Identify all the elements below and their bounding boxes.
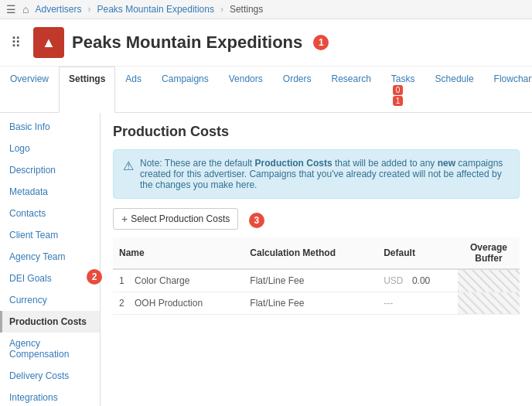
sidebar-item-metadata[interactable]: Metadata: [0, 181, 100, 203]
col-default: Default: [377, 237, 458, 269]
row-2-name: 2 OOH Production: [113, 292, 244, 315]
breadcrumb-sep-2: ›: [220, 4, 223, 15]
content-area: Basic Info Logo Description Metadata Con…: [0, 113, 532, 406]
company-logo: [33, 27, 64, 58]
table-row: 2 OOH Production Flat/Line Fee ---: [113, 292, 520, 315]
sidebar-item-contacts[interactable]: Contacts: [0, 203, 100, 224]
section-title: Production Costs: [113, 124, 520, 140]
sidebar-item-logo[interactable]: Logo: [0, 138, 100, 159]
sidebar-item-agency-team[interactable]: Agency Team: [0, 246, 100, 268]
tasks-badge-2: 1: [393, 96, 404, 106]
col-name: Name: [113, 237, 244, 269]
row-2-default: ---: [377, 292, 458, 315]
tab-overview[interactable]: Overview: [0, 67, 59, 113]
org-icon: ⠿: [11, 34, 21, 51]
col-overage: Overage Buffer: [458, 237, 520, 269]
production-costs-table: Name Calculation Method Default Overage …: [113, 237, 520, 315]
breadcrumb-sep-1: ›: [88, 4, 91, 15]
sidebar-item-integrations[interactable]: Integrations: [0, 387, 100, 406]
select-production-costs-button[interactable]: + Select Production Costs: [113, 208, 238, 230]
tab-settings[interactable]: Settings: [59, 67, 115, 113]
sidebar: Basic Info Logo Description Metadata Con…: [0, 113, 101, 406]
col-calc: Calculation Method: [244, 237, 377, 269]
breadcrumb-current: Settings: [230, 4, 263, 15]
tab-research[interactable]: Research: [321, 67, 380, 113]
hamburger-icon[interactable]: ☰: [6, 3, 16, 15]
tab-flowchart[interactable]: Flowchart: [484, 67, 532, 113]
sidebar-item-client-team[interactable]: Client Team: [0, 224, 100, 246]
row-2-overage: [458, 292, 520, 315]
sidebar-item-agency-compensation[interactable]: Agency Compensation: [0, 333, 100, 365]
breadcrumb-bar: ☰ ⌂ Advertisers › Peaks Mountain Expedit…: [0, 0, 532, 19]
sidebar-item-delivery-costs[interactable]: Delivery Costs: [0, 365, 100, 387]
main-content: Production Costs ⚠ Note: These are the d…: [101, 113, 532, 406]
annotation-badge-3: 3: [249, 213, 264, 228]
row-1-overage: [458, 269, 520, 292]
page-header: ⠿ Peaks Mountain Expeditions 1: [0, 19, 532, 67]
annotation-badge-2: 2: [84, 269, 102, 285]
tab-tasks[interactable]: Tasks 0 1: [381, 67, 425, 113]
breadcrumb-company[interactable]: Peaks Mountain Expeditions: [97, 4, 214, 15]
sidebar-item-description[interactable]: Description: [0, 159, 100, 181]
tab-vendors[interactable]: Vendors: [219, 67, 273, 113]
alert-icon: ⚠: [123, 159, 134, 190]
home-icon[interactable]: ⌂: [22, 3, 29, 15]
tasks-badge-1: 0: [393, 85, 404, 95]
plus-icon: +: [121, 213, 128, 225]
page-title: Peaks Mountain Expeditions: [72, 32, 302, 53]
breadcrumb-advertisers[interactable]: Advertisers: [35, 4, 81, 15]
tab-campaigns[interactable]: Campaigns: [152, 67, 219, 113]
sidebar-item-production-costs[interactable]: Production Costs: [0, 311, 100, 333]
row-1-calc: Flat/Line Fee: [244, 269, 377, 292]
alert-box: ⚠ Note: These are the default Production…: [113, 149, 520, 199]
row-1-name: 1 Color Charge: [113, 269, 244, 292]
tab-orders[interactable]: Orders: [273, 67, 322, 113]
alert-text: Note: These are the default Production C…: [140, 158, 510, 190]
row-1-default: USD 0.00: [377, 269, 458, 292]
tab-ads[interactable]: Ads: [115, 67, 152, 113]
tab-bar: Overview Settings Ads Campaigns Vendors …: [0, 67, 532, 113]
table-row: 1 Color Charge Flat/Line Fee USD 0.00: [113, 269, 520, 292]
sidebar-item-currency[interactable]: Currency: [0, 289, 100, 311]
sidebar-item-basic-info[interactable]: Basic Info: [0, 116, 100, 138]
tab-schedule[interactable]: Schedule: [425, 67, 484, 113]
annotation-badge-1: 1: [313, 35, 329, 50]
row-2-calc: Flat/Line Fee: [244, 292, 377, 315]
